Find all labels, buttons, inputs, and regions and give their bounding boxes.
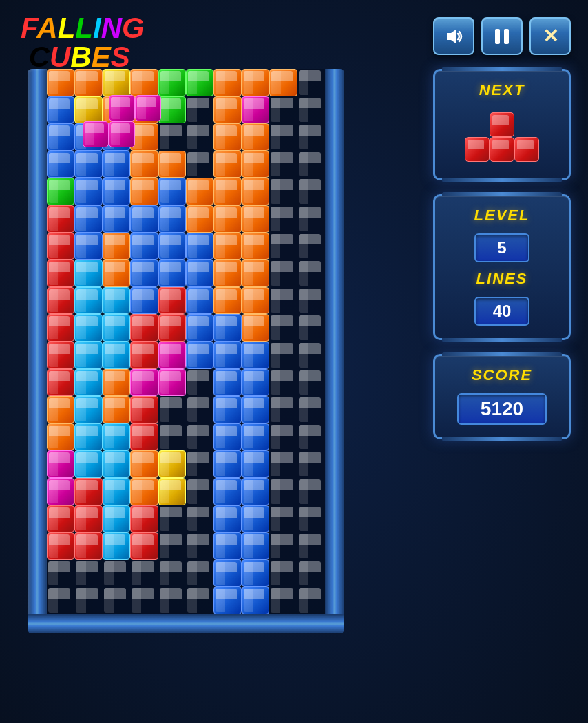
- score-label: SCORE: [445, 366, 558, 384]
- wall-floor: [28, 614, 344, 633]
- lines-value: 40: [474, 297, 529, 326]
- svg-rect-2: [504, 29, 509, 44]
- svg-marker-0: [447, 30, 456, 43]
- game-area: [28, 69, 344, 647]
- next-piece: [465, 112, 539, 162]
- svg-rect-1: [495, 29, 500, 44]
- next-preview: [445, 106, 558, 168]
- board-grid: [47, 69, 325, 614]
- score-value: 5120: [457, 393, 547, 425]
- close-button[interactable]: ✕: [529, 17, 571, 55]
- falling-piece: [83, 95, 161, 147]
- next-title: NEXT: [445, 81, 558, 99]
- sound-button[interactable]: [433, 17, 474, 55]
- score-panel: SCORE 5120: [433, 354, 571, 439]
- level-label: LEVEL: [445, 207, 558, 224]
- game-board: [28, 69, 344, 633]
- pause-button[interactable]: [481, 17, 523, 55]
- stats-panel: LEVEL 5 LINES 40: [433, 194, 571, 340]
- wall-right: [325, 69, 344, 620]
- next-panel: NEXT: [433, 69, 571, 180]
- game-title: FALLING CUBES: [21, 14, 145, 72]
- level-value: 5: [474, 233, 529, 262]
- control-buttons: ✕: [433, 17, 571, 55]
- wall-left: [28, 69, 47, 620]
- right-panel: NEXT LEVEL 5 LINES 40 SCORE 5120: [433, 69, 571, 439]
- lines-label: LINES: [445, 270, 558, 288]
